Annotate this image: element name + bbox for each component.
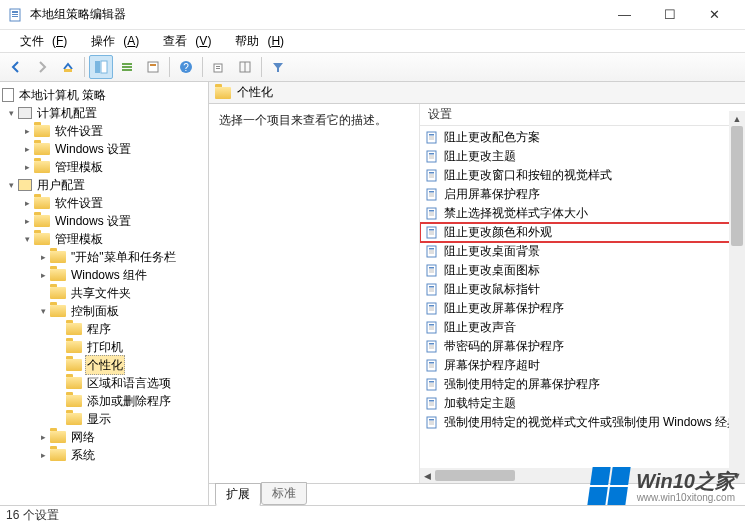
collapse-icon[interactable]: ▾ — [20, 230, 34, 248]
setting-item[interactable]: 启用屏幕保护程序 — [420, 185, 745, 204]
folder-icon — [50, 305, 66, 317]
collapse-icon[interactable]: ▾ — [4, 176, 18, 194]
setting-item[interactable]: 屏幕保护程序超时 — [420, 356, 745, 375]
scroll-thumb-h[interactable] — [435, 470, 515, 481]
svg-rect-60 — [429, 324, 434, 326]
svg-rect-64 — [429, 343, 434, 345]
expand-icon[interactable]: ▸ — [20, 122, 34, 140]
setting-item[interactable]: 禁止选择视觉样式字体大小 — [420, 204, 745, 223]
minimize-button[interactable]: — — [602, 0, 647, 30]
expand-icon[interactable]: ▸ — [36, 446, 50, 464]
tree-shared-folders[interactable]: 共享文件夹 — [0, 284, 208, 302]
tree-user-windows-settings[interactable]: ▸Windows 设置 — [0, 212, 208, 230]
tree-user-config[interactable]: ▾用户配置 — [0, 176, 208, 194]
tree-windows-components[interactable]: ▸Windows 组件 — [0, 266, 208, 284]
setting-item[interactable]: 阻止更改桌面背景 — [420, 242, 745, 261]
window-title: 本地组策略编辑器 — [30, 6, 602, 23]
list-button[interactable] — [115, 55, 139, 79]
setting-item[interactable]: 阻止更改配色方案 — [420, 128, 745, 147]
expand-icon[interactable]: ▸ — [36, 248, 50, 266]
setting-item[interactable]: 强制使用特定的视觉样式文件或强制使用 Windows 经典 — [420, 413, 745, 432]
expand-icon[interactable]: ▸ — [20, 158, 34, 176]
setting-item[interactable]: 阻止更改颜色和外观 — [420, 223, 745, 242]
menu-action[interactable]: 操作(A) — [75, 31, 147, 52]
policy-setting-icon — [426, 359, 440, 373]
scroll-left-button[interactable]: ◀ — [420, 468, 435, 483]
export-button[interactable] — [207, 55, 231, 79]
scroll-thumb[interactable] — [731, 126, 743, 246]
tree-cp-personalization[interactable]: 个性化 — [0, 356, 208, 374]
tree-software-settings[interactable]: ▸软件设置 — [0, 122, 208, 140]
tree-network[interactable]: ▸网络 — [0, 428, 208, 446]
tree-user-software-settings[interactable]: ▸软件设置 — [0, 194, 208, 212]
policy-setting-icon — [426, 264, 440, 278]
menu-help[interactable]: 帮助(H) — [219, 31, 292, 52]
tab-extended[interactable]: 扩展 — [215, 483, 261, 506]
svg-rect-58 — [429, 310, 434, 311]
setting-item[interactable]: 阻止更改桌面图标 — [420, 261, 745, 280]
tree-computer-config[interactable]: ▾计算机配置 — [0, 104, 208, 122]
back-button[interactable] — [4, 55, 28, 79]
setting-item[interactable]: 阻止更改屏幕保护程序 — [420, 299, 745, 318]
tree-user-admin-templates[interactable]: ▾管理模板 — [0, 230, 208, 248]
list-header-setting[interactable]: 设置 — [420, 104, 745, 126]
collapse-icon[interactable]: ▾ — [36, 302, 50, 320]
tree-cp-display[interactable]: 显示 — [0, 410, 208, 428]
horizontal-scrollbar[interactable]: ◀ ▶ — [420, 468, 729, 483]
tab-standard[interactable]: 标准 — [261, 482, 307, 505]
svg-rect-33 — [429, 194, 434, 195]
expand-icon[interactable]: ▸ — [36, 266, 50, 284]
setting-item[interactable]: 加载特定主题 — [420, 394, 745, 413]
app-icon — [8, 7, 24, 23]
tree-pane[interactable]: 本地计算机 策略 ▾计算机配置 ▸软件设置 ▸Windows 设置 ▸管理模板 … — [0, 82, 209, 505]
setting-item[interactable]: 阻止更改窗口和按钮的视觉样式 — [420, 166, 745, 185]
scroll-down-button[interactable]: ▼ — [729, 468, 745, 483]
setting-label: 强制使用特定的屏幕保护程序 — [444, 376, 600, 393]
collapse-icon[interactable]: ▾ — [4, 104, 18, 122]
tree-cp-add-remove[interactable]: 添加或删除程序 — [0, 392, 208, 410]
close-button[interactable]: ✕ — [692, 0, 737, 30]
properties-button[interactable] — [141, 55, 165, 79]
expand-icon[interactable]: ▸ — [20, 194, 34, 212]
tree-start-taskbar[interactable]: ▸"开始"菜单和任务栏 — [0, 248, 208, 266]
setting-label: 加载特定主题 — [444, 395, 516, 412]
scroll-right-button[interactable]: ▶ — [714, 468, 729, 483]
policy-setting-icon — [426, 416, 440, 430]
toolbar: ? — [0, 52, 745, 82]
policy-setting-icon — [426, 397, 440, 411]
maximize-button[interactable]: ☐ — [647, 0, 692, 30]
tree-windows-settings[interactable]: ▸Windows 设置 — [0, 140, 208, 158]
tree-cp-printers[interactable]: 打印机 — [0, 338, 208, 356]
folder-icon — [50, 449, 66, 461]
menu-file[interactable]: 文件(F) — [4, 31, 75, 52]
expand-icon[interactable]: ▸ — [20, 140, 34, 158]
settings-list[interactable]: 阻止更改配色方案阻止更改主题阻止更改窗口和按钮的视觉样式启用屏幕保护程序禁止选择… — [420, 126, 745, 483]
filter-button[interactable] — [266, 55, 290, 79]
setting-item[interactable]: 阻止更改鼠标指针 — [420, 280, 745, 299]
tree-control-panel[interactable]: ▾控制面板 — [0, 302, 208, 320]
tree-cp-region-lang[interactable]: 区域和语言选项 — [0, 374, 208, 392]
description-prompt: 选择一个项目来查看它的描述。 — [219, 112, 409, 129]
column-button[interactable] — [233, 55, 257, 79]
setting-item[interactable]: 阻止更改声音 — [420, 318, 745, 337]
tree-admin-templates[interactable]: ▸管理模板 — [0, 158, 208, 176]
show-tree-button[interactable] — [89, 55, 113, 79]
svg-rect-57 — [429, 308, 434, 309]
right-header-title: 个性化 — [237, 84, 273, 101]
forward-button[interactable] — [30, 55, 54, 79]
tree-cp-programs[interactable]: 程序 — [0, 320, 208, 338]
scroll-up-button[interactable]: ▲ — [729, 111, 745, 126]
menu-view[interactable]: 查看(V) — [147, 31, 219, 52]
svg-rect-69 — [429, 365, 434, 366]
tree-root[interactable]: 本地计算机 策略 — [0, 86, 208, 104]
right-body: 选择一个项目来查看它的描述。 设置 阻止更改配色方案阻止更改主题阻止更改窗口和按… — [209, 104, 745, 483]
setting-item[interactable]: 强制使用特定的屏幕保护程序 — [420, 375, 745, 394]
up-button[interactable] — [56, 55, 80, 79]
tree-system[interactable]: ▸系统 — [0, 446, 208, 464]
setting-item[interactable]: 阻止更改主题 — [420, 147, 745, 166]
setting-item[interactable]: 带密码的屏幕保护程序 — [420, 337, 745, 356]
vertical-scrollbar[interactable]: ▲ ▼ — [729, 126, 745, 468]
expand-icon[interactable]: ▸ — [20, 212, 34, 230]
help-button[interactable]: ? — [174, 55, 198, 79]
expand-icon[interactable]: ▸ — [36, 428, 50, 446]
